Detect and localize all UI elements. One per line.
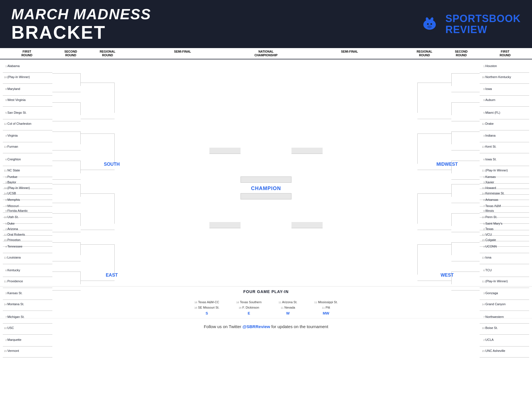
- playin-e-team2: F. Dickinson: [243, 306, 259, 309]
- semifinal-row-top: [209, 148, 323, 154]
- header-title: MARCH MADNESS BRACKET: [11, 6, 151, 42]
- east-game5: 6Kentucky 11Providence: [3, 266, 52, 288]
- team-row: 11Providence: [3, 277, 52, 283]
- footer-text: Follow us on Twitter: [204, 324, 242, 329]
- team-row: 5Duke: [3, 219, 52, 225]
- footer-handle[interactable]: @SBRReview: [243, 324, 270, 329]
- team-row: 11NC State: [3, 166, 52, 172]
- team-row: 8Memphis: [3, 195, 52, 201]
- bracket-main: 1Alabama 16(Play-In Winner) 8Maryland 9W…: [0, 59, 532, 278]
- round-header-rr-left: REGIONALROUND: [88, 50, 127, 57]
- round-header-sr-left: SECONDROUND: [54, 50, 88, 57]
- team-row: 8 Iowa: [480, 85, 529, 91]
- team-row: 1Alabama: [3, 62, 52, 68]
- west-game8: 2 UCLA 15 UNC Asheville: [480, 335, 529, 358]
- team-row: 1 Kansas: [480, 173, 529, 178]
- team-row: 6 Iowa St.: [480, 155, 529, 161]
- team-row: 13Louisiana: [3, 253, 52, 259]
- team-row: 4 Indiana: [480, 131, 529, 137]
- west-game4: 4 UCONN 13 Iona: [480, 242, 529, 264]
- team-row: 7Michigan St.: [3, 313, 52, 318]
- team-row: 11 (Play-In Winner): [480, 277, 529, 283]
- semifinal-row-bottom: [209, 222, 323, 228]
- round-headers: FIRSTROUND SECONDROUND REGIONALROUND SEM…: [0, 48, 532, 59]
- team-row: 12Col of Charleston: [3, 119, 52, 125]
- round-header-rr-right: REGIONALROUND: [405, 50, 444, 57]
- east-game3: 5Duke 12Oral Roberts: [3, 219, 52, 241]
- west-game1: 1 Kansas 16 Howard: [480, 173, 529, 195]
- midwest-game2: 8 Iowa 9 Auburn: [480, 85, 529, 107]
- east-game1: 1Purdue 16(Play-In Winner): [3, 173, 52, 195]
- playin-s-team2: SE Missouri St.: [198, 306, 219, 309]
- playin-w-letter: W: [278, 311, 297, 315]
- sf-left-top: [209, 148, 241, 154]
- round-header-sr-right: SECONDROUND: [444, 50, 478, 57]
- team-row: 9 Auburn: [480, 96, 529, 102]
- playin-w-team2: Nevada: [284, 306, 295, 309]
- champion-label: CHAMPION: [251, 186, 281, 191]
- west-game7: 7 Northwestern 10 Boise St.: [480, 313, 529, 335]
- team-row: 7 Northwestern: [480, 313, 529, 318]
- team-row: 4Tennessee: [3, 242, 52, 248]
- championship-area: CHAMPION: [241, 176, 291, 199]
- sf-left-bottom: [209, 222, 241, 228]
- champion-slot-bottom: [241, 193, 291, 199]
- team-row: 16 Northern Kentucky: [480, 73, 529, 79]
- east-game4: 4Tennessee 13Louisiana: [3, 242, 52, 264]
- header: MARCH MADNESS BRACKET SPORTSBOOK REVIEW: [0, 0, 532, 48]
- team-row: 16(Play-In Winner): [3, 73, 52, 79]
- team-row: 11 (Play-In Winner): [480, 166, 529, 172]
- west-first-round: 1 Kansas 16 Howard 8 Arkansas: [480, 173, 529, 358]
- march-madness-text: MARCH MADNESS: [11, 6, 151, 23]
- left-bracket: 1Alabama 16(Play-In Winner) 8Maryland 9W…: [3, 62, 130, 278]
- team-row: 1 Houston: [480, 62, 529, 68]
- team-row: 15 UNC Asheville: [480, 346, 529, 352]
- round-header-fr-right: FIRSTROUND: [478, 50, 532, 57]
- team-row: 13Furman: [3, 142, 52, 148]
- champion-slot-top: [241, 176, 291, 183]
- midwest-game1: 1 Houston 16 Northern Kentucky: [480, 62, 529, 84]
- round-header-nc: NATIONALCHAMPIONSHIP: [238, 50, 294, 57]
- east-label: EAST: [93, 273, 130, 278]
- east-regional-round: [81, 173, 115, 358]
- east-game6: 3Kansas St. 14Montana St.: [3, 289, 52, 311]
- bracket-text: BRACKET: [11, 23, 151, 42]
- team-row: 8Maryland: [3, 85, 52, 91]
- south-label: SOUTH: [93, 162, 130, 167]
- team-row: 16(Play-In Winner): [3, 184, 52, 190]
- playin-south: 16 Texas A&M-CC 16 SE Missouri St. S: [194, 300, 219, 316]
- playin-title: FOUR GAME PLAY-IN: [243, 289, 289, 294]
- sf-right-bottom: [291, 222, 323, 228]
- west-second-round: [451, 173, 480, 358]
- team-row: 9 Illinois: [480, 206, 529, 212]
- playin-s-letter: S: [194, 311, 219, 315]
- team-row: 2Marquette: [3, 335, 52, 341]
- team-row: 10USC: [3, 324, 52, 330]
- logo-area: SPORTSBOOK REVIEW: [418, 13, 521, 35]
- team-row: 12 VCU: [480, 230, 529, 236]
- round-header-sf-right: SEMI-FINAL: [294, 50, 405, 57]
- team-row: 5 Miami (FL): [480, 108, 529, 114]
- west-label: WEST: [402, 273, 492, 278]
- team-row: 16 Howard: [480, 184, 529, 190]
- west-game3: 5 Saint Mary's 12 VCU: [480, 219, 529, 241]
- team-row: 3Kansas St.: [3, 289, 52, 295]
- playin-e-letter: E: [236, 311, 261, 315]
- east-game2: 8Memphis 9Florida Atlantic: [3, 195, 52, 218]
- team-row: 6Creighton: [3, 155, 52, 161]
- round-header-fr-left: FIRSTROUND: [0, 50, 54, 57]
- center-bracket: CHAMPION: [130, 62, 402, 278]
- sf-right-top: [291, 148, 323, 154]
- east-first-round: 1Purdue 16(Play-In Winner) 8Memphis 9Flo…: [3, 173, 52, 358]
- team-row: 5San Diego St.: [3, 108, 52, 114]
- team-row: 1Purdue: [3, 173, 52, 178]
- team-row: 8 Arkansas: [480, 195, 529, 201]
- team-row: 12 Drake: [480, 119, 529, 125]
- west-bracket: 1 Kansas 16 Howard 8 Arkansas: [402, 173, 529, 358]
- team-row: 4Virginia: [3, 131, 52, 137]
- team-row: 14Montana St.: [3, 300, 52, 306]
- playin-w-team1: Arizona St.: [282, 300, 297, 304]
- playin-west: 11 Arizona St. 11 Nevada W: [278, 300, 297, 316]
- svg-point-5: [427, 23, 429, 25]
- team-row: 2 UCLA: [480, 335, 529, 341]
